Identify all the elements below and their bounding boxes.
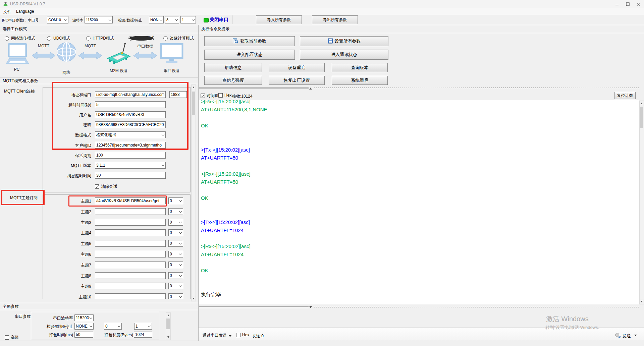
log-line: AT+UARTFL=1024 (201, 250, 639, 258)
topic-qos-select[interactable]: 0 (168, 272, 183, 279)
send-button[interactable]: 发送 (615, 333, 637, 339)
field-input[interactable] (95, 121, 166, 128)
topic-input[interactable] (95, 262, 166, 268)
set-params-button[interactable]: 设置所有参数 (300, 36, 388, 46)
topic-input[interactable] (95, 293, 166, 299)
topics-list: 主题10主题20主题30主题40主题50主题60主题70主题80主题90主题10… (0, 194, 198, 299)
close-serial-button[interactable]: 关闭串口 (210, 17, 228, 23)
help-info-button[interactable]: 帮助信息 (204, 63, 262, 72)
caret-down-icon (229, 335, 231, 338)
topic-label: 主题1 (50, 198, 91, 204)
field-select[interactable]: 3.1.1 (95, 162, 166, 169)
advanced-checkbox[interactable]: 高级 (5, 335, 19, 340)
field-input[interactable] (95, 91, 166, 98)
topic-qos-select[interactable]: 0 (168, 219, 183, 226)
topic-input[interactable] (95, 251, 166, 257)
field-input[interactable] (95, 152, 166, 159)
reset-counter-button[interactable]: 复位计数 (614, 92, 636, 99)
topic-input[interactable] (95, 272, 166, 279)
scroll-up-button[interactable] (192, 85, 196, 90)
global-parity-select[interactable]: NONE (74, 323, 94, 330)
timestamp-checkbox[interactable]: 时间戳 (201, 93, 219, 99)
field-input[interactable] (95, 101, 166, 108)
log-line (201, 186, 639, 194)
topic-input[interactable] (95, 229, 166, 236)
select-value: NONE (75, 324, 89, 329)
topic-qos-select[interactable]: 0 (168, 208, 183, 215)
hex-recv-checkbox[interactable]: Hex (218, 93, 231, 98)
pack-time-label: 打包时间(ms) (37, 332, 73, 338)
topic-qos-select[interactable]: 0 (168, 251, 183, 257)
splitter-horizontal-top[interactable] (199, 86, 640, 89)
get-params-button[interactable]: 获取当前参数 (204, 36, 295, 46)
field-input[interactable] (95, 111, 166, 118)
enter-comm-button[interactable]: 进入通讯状态 (300, 50, 388, 60)
button-label: 进入通讯状态 (331, 52, 357, 58)
windows-activation-watermark: 激活 Windows (546, 314, 589, 324)
factory-reset-button[interactable]: 恢复出厂设置 (269, 76, 325, 85)
doc-search-icon (233, 38, 238, 45)
clear-session-checkbox[interactable]: 清除会话 (95, 184, 117, 189)
topic-input[interactable] (95, 208, 166, 215)
field-input[interactable] (95, 142, 166, 149)
field-input[interactable] (95, 172, 166, 179)
field-label: 消息超时时间 (40, 173, 91, 179)
scroll-down-button[interactable] (640, 299, 644, 304)
topic-input[interactable] (95, 283, 166, 289)
button-label: 设置所有参数 (335, 38, 361, 44)
field-label: MQTT 版本 (40, 163, 91, 169)
scroll-down-button[interactable] (166, 335, 170, 340)
pack-len-input[interactable] (134, 332, 152, 338)
chevron-down-icon (178, 209, 183, 215)
minimize-icon (615, 2, 619, 6)
topic-qos-select[interactable]: 0 (168, 262, 183, 268)
query-version-button[interactable]: 查询版本 (332, 63, 388, 72)
close-button[interactable] (633, 0, 644, 8)
topic-qos-select[interactable]: 0 (168, 197, 183, 204)
maximize-button[interactable] (622, 0, 633, 8)
select-value: 0 (169, 263, 178, 267)
topic-qos-select[interactable]: 0 (168, 293, 183, 299)
topic-input[interactable] (95, 240, 166, 247)
mqtt-scrollbar[interactable] (191, 84, 196, 301)
global-stopbits-select[interactable]: 1 (134, 323, 152, 330)
topic-qos-select[interactable]: 0 (168, 283, 183, 289)
log-scrollbar[interactable] (639, 101, 644, 304)
topic-qos-select[interactable]: 0 (168, 240, 183, 247)
port-input[interactable] (169, 91, 187, 98)
splitter-horizontal-bottom[interactable] (199, 306, 640, 308)
topic-qos-select[interactable]: 0 (168, 229, 183, 236)
global-section-header: 全局参数 (0, 303, 198, 310)
log-line: >[Tx->][15:20:02][asc] (201, 146, 639, 154)
scroll-thumb[interactable] (166, 319, 170, 329)
minimize-button[interactable] (611, 0, 623, 8)
scroll-up-button[interactable] (166, 313, 170, 318)
window-bottom-strip (0, 341, 644, 346)
send-via-dropdown[interactable]: 通过串口发送 (203, 333, 231, 338)
scroll-thumb[interactable] (192, 92, 195, 115)
pack-time-input[interactable] (74, 332, 93, 338)
scroll-down-button[interactable] (192, 296, 196, 301)
topic-input[interactable] (95, 219, 166, 226)
select-value: 1 (135, 324, 147, 329)
scroll-thumb[interactable] (640, 107, 643, 128)
device-restart-button[interactable]: 设备重启 (269, 63, 325, 72)
hex-send-checkbox[interactable]: Hex (236, 333, 249, 337)
field-select[interactable]: 格式化输出 (95, 131, 166, 138)
global-baud-select[interactable]: 115200 (74, 314, 94, 321)
caret-down-icon (634, 335, 637, 338)
scroll-up-button[interactable] (640, 101, 644, 106)
export-params-button[interactable]: 导出所有参数 (312, 15, 358, 24)
log-line (201, 258, 639, 267)
import-params-button[interactable]: 导入所有参数 (256, 15, 302, 24)
enter-config-button[interactable]: 进入配置状态 (204, 50, 295, 60)
log-area[interactable]: >[Rx<-][15:20:02][asc]AT+UART=115200,8,1… (199, 100, 639, 304)
chevron-down-icon (147, 323, 152, 329)
system-restart-button[interactable]: 系统重启 (332, 76, 388, 85)
topic-input[interactable] (95, 197, 166, 204)
select-value: 格式化输出 (95, 132, 161, 138)
global-databits-select[interactable]: 8 (104, 323, 122, 330)
global-scrollbar[interactable] (166, 312, 171, 340)
query-signal-button[interactable]: 查信号强度 (204, 76, 262, 85)
log-line: AT+UARTFT=50 (201, 154, 639, 162)
